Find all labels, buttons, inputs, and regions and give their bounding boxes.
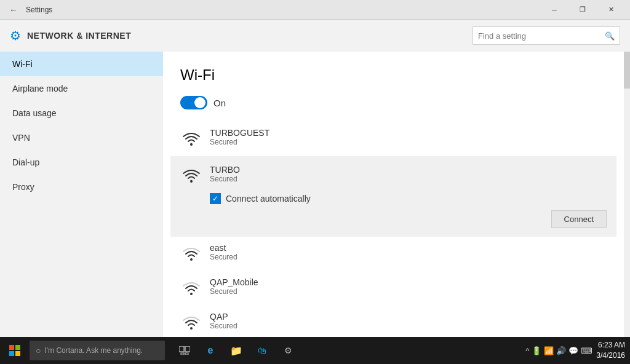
volume-icon: 🔊 xyxy=(556,346,566,355)
window-title: Settings xyxy=(26,6,540,14)
system-tray: ^ 🔋 📶 🔊 💬 ⌨ xyxy=(525,346,592,355)
network-status: Secured xyxy=(210,138,607,146)
cortana-search-text: I'm Cortana. Ask me anything. xyxy=(44,346,143,355)
wifi-toggle-row: On xyxy=(180,96,607,109)
settings-window: ← Settings ─ ❐ ✕ ⚙ NETWORK & INTERNET 🔍 … xyxy=(0,0,630,337)
toggle-knob xyxy=(194,97,205,108)
content-area: Wi-Fi Airplane mode Data usage VPN Dial-… xyxy=(0,52,630,337)
settings-button[interactable]: ⚙ xyxy=(276,338,300,363)
svg-rect-11 xyxy=(9,351,14,356)
wifi-toggle[interactable] xyxy=(180,96,207,109)
network-info-qap-mobile: QAP_Mobile Secured xyxy=(210,277,607,296)
clock-date: 3/4/2016 xyxy=(596,350,625,361)
network-info-turbo: TURBO Secured xyxy=(210,165,607,183)
wifi-signal-icon-turbo xyxy=(180,165,202,187)
wifi-tray-icon: 📶 xyxy=(544,346,554,355)
connect-auto-row: ✓ Connect automatically xyxy=(210,193,607,204)
main-content: Wi-Fi On xyxy=(163,52,624,337)
sidebar-item-airplane[interactable]: Airplane mode xyxy=(0,76,163,101)
wifi-signal-icon xyxy=(180,128,202,150)
network-qap-mobile[interactable]: QAP_Mobile Secured xyxy=(180,271,607,306)
network-name-qap-mobile: QAP_Mobile xyxy=(210,277,607,287)
network-name-qap: QAP xyxy=(210,312,607,322)
sidebar: Wi-Fi Airplane mode Data usage VPN Dial-… xyxy=(0,52,163,337)
keyboard-icon: ⌨ xyxy=(581,346,592,355)
network-name-east: east xyxy=(210,243,607,253)
chevron-icon[interactable]: ^ xyxy=(525,346,529,355)
start-button[interactable] xyxy=(2,338,27,363)
cortana-search[interactable]: ○ I'm Cortana. Ask me anything. xyxy=(30,341,165,360)
store-icon: 🛍 xyxy=(258,346,266,355)
checkmark-icon: ✓ xyxy=(212,194,218,203)
connect-btn-row: Connect xyxy=(180,210,607,228)
network-status-qap: Secured xyxy=(210,322,607,330)
sidebar-item-dialup[interactable]: Dial-up xyxy=(0,150,163,175)
wifi-signal-icon-qap xyxy=(180,312,202,334)
connect-auto-checkbox[interactable]: ✓ xyxy=(210,193,221,204)
taskbar-apps: e 📁 🛍 ⚙ xyxy=(172,338,300,363)
connect-auto-label: Connect automatically xyxy=(226,194,311,204)
svg-rect-14 xyxy=(185,346,190,352)
clock-time: 6:23 AM xyxy=(596,340,625,350)
wifi-signal-icon-east xyxy=(180,243,202,265)
search-input[interactable] xyxy=(478,31,605,41)
search-icon: 🔍 xyxy=(605,31,615,41)
edge-button[interactable]: e xyxy=(198,338,223,363)
close-button[interactable]: ✕ xyxy=(597,0,625,20)
connect-button[interactable]: Connect xyxy=(551,210,607,228)
network-status-east: Secured xyxy=(210,253,607,261)
header: ⚙ NETWORK & INTERNET 🔍 xyxy=(0,20,630,52)
page-title: Wi-Fi xyxy=(180,66,607,84)
toggle-label: On xyxy=(213,98,226,108)
system-clock[interactable]: 6:23 AM 3/4/2016 xyxy=(596,340,625,361)
edge-icon: e xyxy=(208,345,213,356)
message-icon: 💬 xyxy=(568,346,578,355)
network-turboguest[interactable]: TURBOGUEST Secured xyxy=(180,122,607,156)
back-button[interactable]: ← xyxy=(5,1,22,18)
search-circle-icon: ○ xyxy=(36,346,41,355)
taskbar: ○ I'm Cortana. Ask me anything. e 📁 🛍 ⚙ … xyxy=(0,337,630,364)
svg-point-1 xyxy=(190,180,193,183)
settings-gear-icon: ⚙ xyxy=(10,28,21,43)
store-button[interactable]: 🛍 xyxy=(250,338,274,363)
folder-icon: 📁 xyxy=(230,345,242,357)
svg-point-3 xyxy=(190,293,193,295)
scrollbar-thumb[interactable] xyxy=(624,52,630,89)
page-section-title: NETWORK & INTERNET xyxy=(27,31,472,41)
gear-icon: ⚙ xyxy=(284,346,292,355)
network-name: TURBOGUEST xyxy=(210,128,607,138)
network-info: TURBOGUEST Secured xyxy=(210,128,607,146)
svg-rect-9 xyxy=(9,345,14,350)
wifi-signal-icon-qap-mobile xyxy=(180,277,202,299)
taskbar-right: ^ 🔋 📶 🔊 💬 ⌨ 6:23 AM 3/4/2016 xyxy=(525,340,628,361)
maximize-button[interactable]: ❐ xyxy=(568,0,597,20)
svg-rect-15 xyxy=(181,353,184,355)
network-info-east: east Secured xyxy=(210,243,607,261)
sidebar-item-proxy[interactable]: Proxy xyxy=(0,175,163,199)
window-controls: ─ ❐ ✕ xyxy=(540,0,625,20)
network-status-turbo: Secured xyxy=(210,175,607,183)
sidebar-item-vpn[interactable]: VPN xyxy=(0,125,163,150)
titlebar: ← Settings ─ ❐ ✕ xyxy=(0,0,630,20)
sidebar-item-wifi[interactable]: Wi-Fi xyxy=(0,52,163,76)
svg-rect-10 xyxy=(15,345,20,350)
explorer-button[interactable]: 📁 xyxy=(224,338,249,363)
network-east[interactable]: east Secured xyxy=(180,237,607,271)
svg-rect-13 xyxy=(179,346,184,352)
svg-rect-12 xyxy=(15,351,20,356)
battery-icon: 🔋 xyxy=(532,346,541,355)
network-info-qap: QAP Secured xyxy=(210,312,607,330)
svg-point-2 xyxy=(190,258,193,261)
scrollbar[interactable] xyxy=(624,52,630,337)
svg-rect-16 xyxy=(185,353,188,355)
task-view-button[interactable] xyxy=(172,338,197,363)
network-qap[interactable]: QAP Secured xyxy=(180,306,607,337)
network-status-qap-mobile: Secured xyxy=(210,287,607,296)
network-name-turbo: TURBO xyxy=(210,165,607,175)
network-turbo: TURBO Secured xyxy=(180,165,607,187)
minimize-button[interactable]: ─ xyxy=(540,0,568,20)
svg-point-4 xyxy=(190,327,193,330)
search-box[interactable]: 🔍 xyxy=(472,26,620,45)
network-turbo-selected[interactable]: TURBO Secured ✓ Connect automatically Co… xyxy=(170,156,616,237)
sidebar-item-datausage[interactable]: Data usage xyxy=(0,101,163,125)
